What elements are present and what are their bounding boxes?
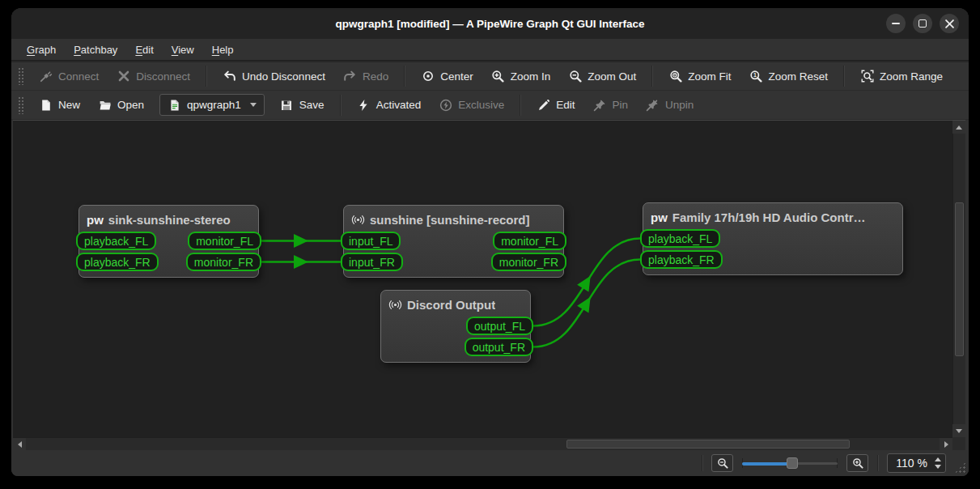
node-sink[interactable]: pwsink-sunshine-stereoplayback_FLmonitor… (78, 205, 259, 278)
toolbar-button-zoom-out[interactable]: Zoom Out (560, 66, 644, 87)
spin-down-icon[interactable] (935, 465, 941, 469)
toolbar-button-zoom-in[interactable]: Zoom In (483, 66, 559, 87)
menu-help[interactable]: Help (205, 41, 241, 58)
toolbar-button-connect[interactable]: Connect (31, 66, 107, 87)
graph-canvas[interactable]: pwsink-sunshine-stereoplayback_FLmonitor… (13, 120, 965, 450)
port-playback_FL[interactable]: playback_FL (640, 229, 720, 248)
toolbar-button-pin[interactable]: Pin (584, 94, 636, 116)
disconnect-icon (117, 70, 130, 83)
port-row: playback_FR (643, 250, 902, 269)
edit-icon (537, 98, 550, 112)
pin-icon (592, 98, 606, 112)
toolbar-button-undo-disconnect[interactable]: Undo Disconnect (214, 66, 333, 87)
toolbar-button-label: Zoom Reset (769, 70, 829, 83)
toolbar-button-zoom-reset[interactable]: 1Zoom Reset (741, 66, 837, 87)
close-button[interactable] (940, 14, 959, 33)
toolbar-separator (340, 95, 342, 116)
toolbar-button-label: Zoom Fit (688, 70, 731, 83)
toolbar-button-save[interactable]: Save (272, 94, 333, 116)
spin-up-icon[interactable] (935, 457, 941, 461)
toolbar-button-center[interactable]: Center (413, 66, 482, 87)
port-monitor_FL[interactable]: monitor_FL (493, 232, 566, 250)
toolbar-button-zoom-fit[interactable]: Zoom Fit (660, 66, 739, 87)
toolbar-button-label: Edit (556, 99, 575, 111)
toolbar-handle[interactable] (18, 96, 23, 114)
port-row: input_FLmonitor_FL (344, 232, 563, 250)
zoom-percent-value: 110 % (896, 457, 927, 470)
patchbay-select-value: qpwgraph1 (187, 99, 241, 111)
node-title: sink-sunshine-stereo (108, 213, 231, 227)
toolbar-button-disconnect[interactable]: Disconnect (108, 66, 198, 87)
port-monitor_FR[interactable]: monitor_FR (491, 253, 566, 271)
menu-patchbay[interactable]: Patchbay (66, 41, 125, 58)
resize-grip[interactable] (954, 461, 966, 474)
toolbar-button-zoom-range[interactable]: Zoom Range (852, 66, 951, 87)
horizontal-scrollbar[interactable] (13, 437, 952, 450)
node-sunshine[interactable]: sunshine [sunshine-record]input_FLmonito… (343, 205, 564, 278)
minimize-button[interactable] (886, 14, 906, 33)
center-icon (421, 70, 435, 83)
patchbay-select-combo[interactable]: qpwgraph1 (159, 94, 265, 116)
toolbar-separator (651, 66, 653, 87)
port-input_FR[interactable]: input_FR (341, 253, 403, 271)
toolbar-separator (206, 66, 207, 87)
scroll-up-button[interactable] (952, 121, 965, 134)
scroll-down-button[interactable] (952, 424, 965, 437)
statusbar-separator (877, 455, 878, 471)
window-title: qpwgraph1 [modified] — A PipeWire Graph … (335, 18, 644, 30)
toolbar-handle[interactable] (18, 67, 23, 85)
zoom-out-icon (715, 457, 729, 470)
statusbar-zoom-in-button[interactable] (846, 454, 868, 472)
port-output_FR[interactable]: output_FR (465, 338, 533, 356)
toolbar-button-edit[interactable]: Edit (528, 94, 583, 116)
port-playback_FR[interactable]: playback_FR (640, 250, 723, 269)
maximize-button[interactable] (913, 14, 932, 33)
toolbar-button-label: Connect (58, 70, 99, 83)
port-output_FL[interactable]: output_FL (466, 317, 533, 335)
scroll-left-button[interactable] (13, 438, 26, 451)
zoom-in-icon (491, 70, 505, 83)
statusbar-zoom-out-button[interactable] (711, 454, 733, 472)
toolbar-separator (404, 66, 405, 87)
toolbar-button-exclusive[interactable]: Exclusive (431, 94, 512, 116)
menu-view[interactable]: View (164, 41, 202, 58)
port-row: input_FRmonitor_FR (344, 253, 563, 271)
titlebar[interactable]: qpwgraph1 [modified] — A PipeWire Graph … (11, 8, 969, 39)
toolbar-button-unpin[interactable]: Unpin (638, 94, 702, 116)
toolbar-button-label: Save (299, 99, 325, 111)
zoom-slider-handle[interactable] (787, 457, 798, 469)
node-title: Discord Output (407, 298, 495, 312)
menu-graph[interactable]: Graph (19, 41, 63, 58)
toolbar-button-label: Zoom In (511, 70, 551, 83)
vertical-scroll-thumb[interactable] (955, 202, 964, 356)
save-icon (280, 98, 294, 112)
node-ports: playback_FLmonitor_FLplayback_FRmonitor_… (79, 232, 258, 277)
toolbar-button-redo[interactable]: Redo (335, 66, 397, 87)
node-family[interactable]: pwFamily 17h/19h HD Audio Contr…playback… (643, 202, 903, 275)
zoom-slider[interactable] (742, 456, 838, 470)
exclusive-icon (439, 98, 452, 112)
scroll-right-button[interactable] (940, 438, 952, 451)
node-ports: output_FLoutput_FR (381, 317, 530, 362)
node-ports: input_FLmonitor_FLinput_FRmonitor_FR (344, 232, 563, 277)
arrow-left-icon (18, 441, 22, 448)
zoom-percent-spinbox[interactable]: 110 % (887, 453, 946, 473)
toolbar-button-label: Pin (612, 99, 628, 111)
graph-view: pwsink-sunshine-stereoplayback_FLmonitor… (13, 121, 952, 437)
menubar: GraphPatchbayEditViewHelp (11, 39, 969, 60)
vertical-scrollbar[interactable] (952, 121, 965, 437)
nodes-layer: pwsink-sunshine-stereoplayback_FLmonitor… (13, 121, 952, 437)
port-monitor_FL[interactable]: monitor_FL (188, 232, 261, 250)
horizontal-scroll-thumb[interactable] (566, 440, 850, 449)
port-monitor_FR[interactable]: monitor_FR (186, 253, 261, 271)
toolbar-button-new[interactable]: New (31, 94, 88, 116)
port-playback_FR[interactable]: playback_FR (76, 253, 159, 271)
toolbar-button-open[interactable]: Open (90, 94, 152, 116)
port-row: playback_FLmonitor_FL (79, 232, 258, 250)
port-playback_FL[interactable]: playback_FL (76, 232, 156, 250)
toolbar-button-activated[interactable]: Activated (349, 94, 430, 116)
menu-edit[interactable]: Edit (128, 41, 160, 58)
toolbar-button-label: Redo (363, 70, 388, 83)
node-discord[interactable]: Discord Outputoutput_FLoutput_FR (380, 290, 531, 363)
port-input_FL[interactable]: input_FL (341, 232, 401, 250)
